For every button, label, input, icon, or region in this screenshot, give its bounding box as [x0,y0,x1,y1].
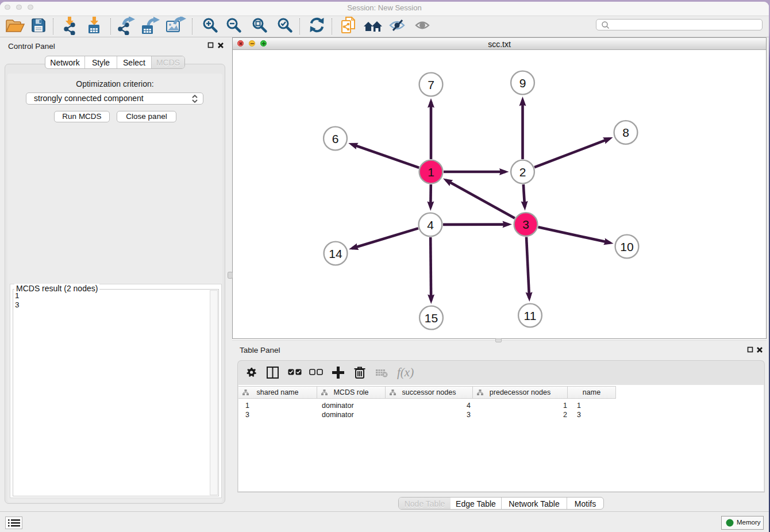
svg-text:3: 3 [522,218,529,231]
svg-text:6: 6 [332,132,339,145]
svg-text:1: 1 [428,165,434,179]
svg-text:10: 10 [620,240,633,253]
svg-text:7: 7 [428,78,434,91]
svg-text:14: 14 [329,247,342,260]
svg-text:9: 9 [519,76,526,90]
svg-text:4: 4 [427,218,434,232]
svg-text:2: 2 [519,165,526,179]
svg-text:11: 11 [524,309,537,322]
svg-text:8: 8 [622,126,629,139]
svg-text:15: 15 [425,311,438,325]
